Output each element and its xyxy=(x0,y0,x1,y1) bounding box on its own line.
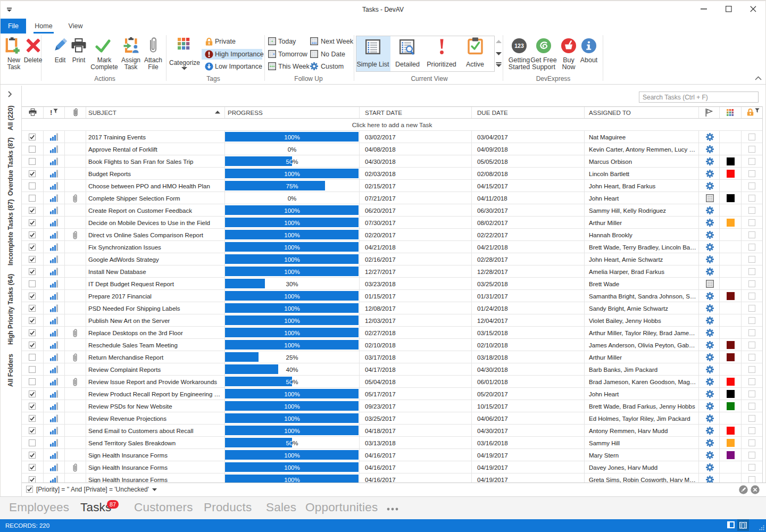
svg-text:123: 123 xyxy=(514,43,524,49)
